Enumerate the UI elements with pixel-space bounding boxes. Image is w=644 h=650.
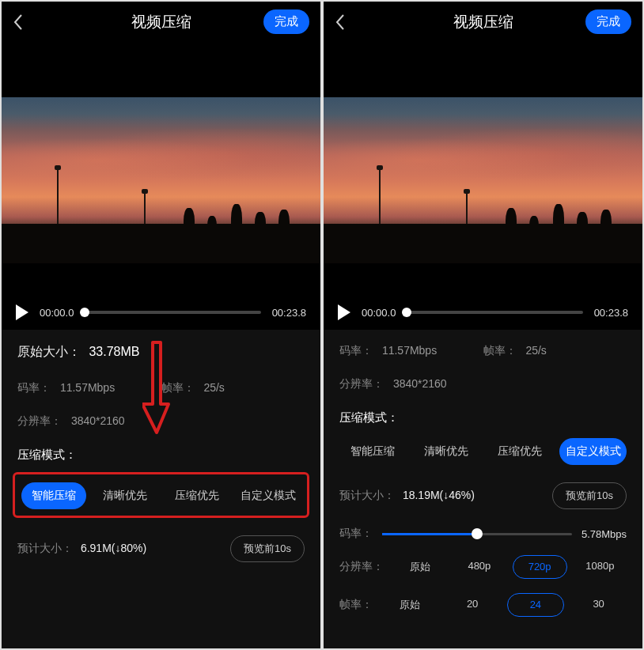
page-title: 视频压缩 [453,12,513,32]
page-title: 视频压缩 [131,12,191,32]
mode-clarity[interactable]: 清晰优先 [413,438,480,465]
res-value: 3840*2160 [71,414,125,427]
back-button[interactable] [13,13,24,31]
bitrate-value: 11.57Mbps [60,381,115,394]
done-button[interactable]: 完成 [585,9,631,34]
est-label: 预计大小： [339,489,395,501]
video-frame [2,97,320,263]
mode-label: 压缩模式： [339,410,627,425]
progress-track[interactable] [407,311,582,314]
fps-opt-30[interactable]: 30 [570,593,627,617]
play-button[interactable] [338,304,350,320]
res-label: 分辨率： [339,377,384,390]
time-duration: 00:23.8 [272,307,306,319]
slider-thumb[interactable] [472,528,483,539]
orig-size-value: 33.78MB [89,345,139,358]
mode-smart[interactable]: 智能压缩 [339,438,407,465]
player-controls: 00:00.0 00:23.8 [2,295,320,330]
time-current: 00:00.0 [40,307,74,319]
play-button[interactable] [16,304,28,320]
mode-clarity[interactable]: 清晰优先 [93,482,157,509]
progress-track[interactable] [85,311,260,314]
preview-button[interactable]: 预览前10s [552,482,627,509]
est-value: 18.19M(↓46%) [403,489,475,501]
back-button[interactable] [335,13,346,31]
time-duration: 00:23.8 [594,307,628,319]
fps-opt-original[interactable]: 原始 [382,593,438,617]
res-ctrl-label: 分辨率： [339,560,384,574]
mode-pills: 智能压缩 清晰优先 压缩优先 自定义模式 [21,482,301,509]
fps-label: 帧率： [483,344,517,357]
mode-smart[interactable]: 智能压缩 [21,482,86,509]
fps-ctrl-label: 帧率： [339,598,373,612]
progress-thumb[interactable] [402,308,411,317]
info-panel: 码率： 11.57Mbps 帧率： 25/s 分辨率： 3840*2160 压缩… [324,330,642,648]
bitrate-label: 码率： [17,381,51,394]
bitrate-slider[interactable] [382,533,572,535]
est-label: 预计大小： [17,542,73,554]
info-panel: 原始大小： 33.78MB 码率： 11.57Mbps 帧率： 25/s 分辨率… [2,330,320,648]
fps-value: 25/s [203,381,224,394]
screen-right: 视频压缩 完成 00:00.0 00:23.8 码率： 11.57Mbps [324,2,642,648]
mode-compress[interactable]: 压缩优先 [165,482,229,509]
res-value: 3840*2160 [393,377,447,390]
mode-custom[interactable]: 自定义模式 [236,482,301,509]
video-preview[interactable] [2,42,320,295]
chevron-left-icon [335,13,346,31]
mode-label: 压缩模式： [17,448,305,463]
player-controls: 00:00.0 00:23.8 [324,295,642,330]
fps-opt-20[interactable]: 20 [445,593,501,617]
fps-label: 帧率： [161,381,195,394]
res-opt-original[interactable]: 原始 [393,555,446,579]
est-value: 6.91M(↓80%) [81,542,146,554]
mode-pills: 智能压缩 清晰优先 压缩优先 自定义模式 [339,438,627,465]
res-opt-1080p[interactable]: 1080p [574,555,627,579]
fps-opt-24[interactable]: 24 [507,593,565,617]
mode-compress[interactable]: 压缩优先 [487,438,554,465]
chevron-left-icon [13,13,24,31]
res-label: 分辨率： [17,414,62,427]
video-preview[interactable] [324,42,642,295]
header: 视频压缩 完成 [2,2,320,42]
bitrate-slider-label: 码率： [339,527,373,541]
slider-fill [382,533,477,535]
annotation-highlight-box: 智能压缩 清晰优先 压缩优先 自定义模式 [13,472,309,518]
screen-left: 视频压缩 完成 00:00.0 00:23.8 原始大小： 33.78MB [2,2,320,648]
fps-value: 25/s [525,344,546,357]
time-current: 00:00.0 [362,307,396,319]
mode-custom[interactable]: 自定义模式 [559,438,627,465]
res-opt-720p[interactable]: 720p [513,555,567,579]
res-opt-480p[interactable]: 480p [453,555,506,579]
preview-button[interactable]: 预览前10s [230,535,305,562]
orig-size-label: 原始大小： [17,345,81,358]
done-button[interactable]: 完成 [263,9,309,34]
bitrate-slider-value: 5.78Mbps [581,528,627,540]
video-frame [324,97,642,263]
progress-thumb[interactable] [80,308,89,317]
header: 视频压缩 完成 [324,2,642,42]
bitrate-value: 11.57Mbps [382,344,437,357]
bitrate-label: 码率： [339,344,373,357]
